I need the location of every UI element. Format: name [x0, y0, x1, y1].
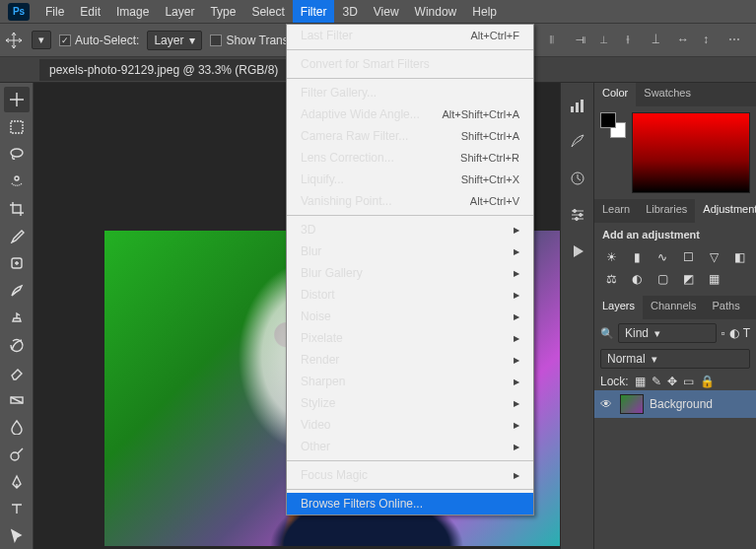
tab-color[interactable]: Color	[594, 83, 636, 106]
history-brush-tool[interactable]	[4, 332, 30, 358]
menu-file[interactable]: File	[37, 0, 72, 23]
filter-item-focus-magic[interactable]: Focus Magic	[287, 464, 533, 486]
align-right-icon[interactable]: ⫣	[575, 33, 590, 48]
spot-healing-brush-tool[interactable]	[4, 250, 30, 276]
lasso-tool[interactable]	[4, 141, 30, 167]
filter-item-video[interactable]: Video	[287, 414, 533, 436]
filter-item-lens-correction[interactable]: Lens Correction...Shift+Ctrl+R	[287, 147, 533, 169]
exposure-icon[interactable]: ☐	[679, 250, 697, 264]
distribute-v-icon[interactable]: ↕	[703, 33, 719, 48]
foreground-background-swatch[interactable]	[600, 112, 626, 138]
rectangular-marquee-tool[interactable]	[4, 114, 30, 140]
menu-image[interactable]: Image	[108, 0, 157, 23]
gradient-tool[interactable]	[4, 387, 30, 413]
tab-adjustments[interactable]: Adjustments	[695, 199, 756, 223]
dodge-tool[interactable]	[4, 442, 30, 467]
document-tab[interactable]: pexels-photo-92129.jpeg @ 33.3% (RGB/8)×	[39, 59, 306, 81]
vibrance-icon[interactable]: ▽	[705, 250, 722, 264]
tab-libraries[interactable]: Libraries	[638, 199, 695, 223]
play-panel-icon[interactable]	[569, 242, 586, 263]
filter-item-noise[interactable]: Noise	[287, 306, 533, 327]
filter-item-camera-raw-filter[interactable]: Camera Raw Filter...Shift+Ctrl+A	[287, 125, 533, 147]
histogram-panel-icon[interactable]	[569, 97, 586, 117]
color-balance-icon[interactable]: ⚖	[602, 272, 620, 286]
filter-item-convert-for-smart-filters[interactable]: Convert for Smart Filters	[287, 53, 533, 75]
tab-paths[interactable]: Paths	[705, 296, 748, 319]
align-bottom-icon[interactable]: ⟘	[652, 33, 667, 48]
filter-pixel-icon[interactable]: ▫	[721, 326, 724, 340]
brightness-contrast-icon[interactable]: ☀	[602, 250, 620, 264]
filter-item-other[interactable]: Other	[287, 436, 533, 457]
filter-adjustment-icon[interactable]: ◐	[729, 326, 739, 340]
move-tool[interactable]	[4, 87, 30, 112]
menu-help[interactable]: Help	[464, 0, 505, 23]
filter-item-stylize[interactable]: Stylize	[287, 392, 533, 414]
brush-settings-panel-icon[interactable]	[569, 133, 586, 154]
menu-edit[interactable]: Edit	[72, 0, 108, 23]
eraser-tool[interactable]	[4, 360, 30, 385]
hue-saturation-icon[interactable]: ◧	[730, 250, 748, 264]
filter-item-3d[interactable]: 3D	[287, 219, 533, 240]
tab-layers[interactable]: Layers	[594, 296, 643, 319]
menu-view[interactable]: View	[366, 0, 407, 23]
filter-item-browse-filters-online[interactable]: Browse Filters Online...	[287, 493, 533, 515]
lock-pixels-icon[interactable]: ✎	[652, 375, 661, 388]
filter-item-blur-gallery[interactable]: Blur Gallery	[287, 262, 533, 284]
filter-item-render[interactable]: Render	[287, 349, 533, 371]
properties-panel-icon[interactable]	[569, 206, 586, 227]
lock-transparency-icon[interactable]: ▦	[635, 375, 646, 388]
menu-filter[interactable]: Filter	[293, 0, 335, 23]
tool-preset-chevron[interactable]: ▾	[32, 31, 51, 49]
channel-mixer-icon[interactable]: ◩	[679, 272, 697, 286]
menu-select[interactable]: Select	[243, 0, 292, 23]
filter-item-vanishing-point[interactable]: Vanishing Point...Alt+Ctrl+V	[287, 190, 533, 212]
history-panel-icon[interactable]	[569, 170, 586, 190]
tab-swatches[interactable]: Swatches	[636, 83, 699, 106]
levels-icon[interactable]: ▮	[628, 250, 646, 264]
kind-search-icon[interactable]: 🔍	[600, 327, 614, 340]
curves-icon[interactable]: ∿	[653, 250, 671, 264]
filter-item-pixelate[interactable]: Pixelate	[287, 327, 533, 349]
menu-window[interactable]: Window	[407, 0, 465, 23]
tab-channels[interactable]: Channels	[643, 296, 704, 319]
layer-kind-filter-dropdown[interactable]: Kind ▾	[618, 323, 717, 343]
layer-row-background[interactable]: 👁 Background	[594, 390, 756, 418]
clone-stamp-tool[interactable]	[4, 306, 30, 331]
tab-learn[interactable]: Learn	[594, 199, 638, 223]
quick-selection-tool[interactable]	[4, 169, 30, 194]
path-selection-tool[interactable]	[4, 523, 30, 549]
filter-item-filter-gallery[interactable]: Filter Gallery...	[287, 82, 533, 103]
pen-tool[interactable]	[4, 469, 30, 495]
color-lookup-icon[interactable]: ▦	[705, 272, 722, 286]
more-options-icon[interactable]: ⋯	[728, 33, 744, 48]
filter-item-distort[interactable]: Distort	[287, 284, 533, 306]
eyedropper-tool[interactable]	[4, 224, 30, 249]
filter-item-liquify[interactable]: Liquify...Shift+Ctrl+X	[287, 169, 533, 190]
blend-mode-dropdown[interactable]: Normal ▾	[600, 349, 750, 369]
lock-artboard-icon[interactable]: ▭	[683, 375, 694, 388]
distribute-h-icon[interactable]: ↔	[677, 33, 693, 48]
align-center-h-icon[interactable]: ⫴	[549, 33, 565, 48]
auto-select-checkbox[interactable]: ✓Auto-Select:	[59, 34, 139, 47]
color-picker-field[interactable]	[632, 112, 750, 193]
lock-position-icon[interactable]: ✥	[667, 375, 677, 388]
lock-all-icon[interactable]: 🔒	[700, 375, 715, 388]
black-white-icon[interactable]: ◐	[628, 272, 646, 286]
filter-item-blur[interactable]: Blur	[287, 240, 533, 262]
foreground-swatch[interactable]	[600, 112, 616, 128]
blur-tool[interactable]	[4, 414, 30, 440]
type-tool[interactable]	[4, 497, 30, 522]
auto-select-target-dropdown[interactable]: Layer ▾	[147, 31, 202, 50]
filter-item-sharpen[interactable]: Sharpen	[287, 371, 533, 392]
filter-item-last-filter[interactable]: Last FilterAlt+Ctrl+F	[287, 25, 533, 46]
align-center-v-icon[interactable]: ⫲	[626, 33, 642, 48]
menu-3d[interactable]: 3D	[334, 0, 365, 23]
crop-tool[interactable]	[4, 196, 30, 222]
photo-filter-icon[interactable]: ▢	[653, 272, 671, 286]
filter-type-icon[interactable]: T	[743, 326, 750, 340]
filter-item-adaptive-wide-angle[interactable]: Adaptive Wide Angle...Alt+Shift+Ctrl+A	[287, 103, 533, 125]
align-top-icon[interactable]: ⟂	[600, 33, 616, 48]
visibility-eye-icon[interactable]: 👁	[600, 397, 614, 411]
brush-tool[interactable]	[4, 278, 30, 304]
menu-type[interactable]: Type	[202, 0, 243, 23]
